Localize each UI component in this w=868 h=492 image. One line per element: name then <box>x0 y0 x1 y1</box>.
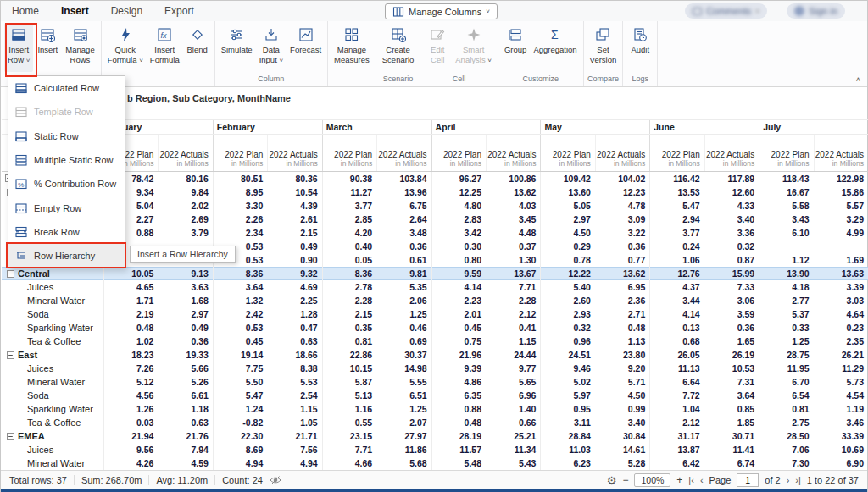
cell-value[interactable]: 24.51 <box>540 348 594 362</box>
cell-value[interactable]: 6.54 <box>759 389 813 402</box>
cell-value[interactable]: 2.06 <box>376 294 431 307</box>
cell-value[interactable]: 2.54 <box>267 389 321 402</box>
cell-value[interactable]: 6.23 <box>540 456 594 470</box>
cell-value[interactable]: 2.93 <box>540 307 594 321</box>
tab-design[interactable]: Design <box>100 1 153 21</box>
cell-value[interactable]: 1.28 <box>267 307 321 321</box>
cell-value[interactable]: 23.15 <box>322 429 376 443</box>
tab-home[interactable]: Home <box>1 1 50 21</box>
cell-value[interactable]: 0.40 <box>322 240 376 253</box>
menu-item-row-hierarchy[interactable]: Row Hierarchy <box>8 244 125 268</box>
cell-value[interactable]: 1.25 <box>376 402 431 416</box>
cell-value[interactable]: 2.28 <box>322 294 376 307</box>
manage-measures-button[interactable]: ManageMeasures <box>331 23 373 72</box>
cell-value[interactable]: 4.39 <box>267 199 321 213</box>
cell-value[interactable]: 13.53 <box>649 185 704 199</box>
cell-value[interactable]: 9.77 <box>486 362 540 375</box>
sign-in-button[interactable]: Sign in <box>787 3 845 19</box>
cell-value[interactable]: 6.10 <box>759 226 813 240</box>
cell-value[interactable]: 4.64 <box>814 307 868 321</box>
cell-value[interactable]: 18.23 <box>103 348 158 362</box>
table-row[interactable]: 0.883.792.342.154.203.483.424.484.503.22… <box>2 226 868 240</box>
cell-value[interactable]: 0.80 <box>431 253 486 267</box>
cell-value[interactable]: 5.47 <box>649 199 704 213</box>
cell-value[interactable]: 0.03 <box>103 416 158 429</box>
cell-value[interactable]: 0.36 <box>376 240 431 253</box>
cell-value[interactable]: 15.86 <box>814 185 868 199</box>
tab-insert[interactable]: Insert <box>50 1 100 21</box>
zoom-out-button[interactable]: − <box>622 474 628 486</box>
menu-item-static-row[interactable]: Static Row <box>8 124 125 148</box>
table-row[interactable]: Sparkling Water0.480.490.530.470.350.460… <box>2 321 868 334</box>
cell-value[interactable]: 3.43 <box>759 213 813 226</box>
cell-value[interactable]: 0.23 <box>814 321 868 334</box>
cell-value[interactable]: 2.15 <box>267 226 321 240</box>
audit-button[interactable]: Audit <box>626 23 654 72</box>
cell-value[interactable]: 5.47 <box>213 389 267 402</box>
cell-value[interactable]: 12.23 <box>595 185 649 199</box>
cell-value[interactable]: 0.37 <box>486 240 540 253</box>
cell-value[interactable]: 118.43 <box>759 172 813 185</box>
cell-value[interactable]: 22.86 <box>322 348 376 362</box>
cell-value[interactable]: 5.65 <box>486 375 540 389</box>
cell-value[interactable]: 30.37 <box>376 348 431 362</box>
cell-value[interactable]: 0.35 <box>322 321 376 334</box>
cell-value[interactable]: 1.25 <box>376 307 431 321</box>
cell-value[interactable]: 116.42 <box>649 172 704 185</box>
cell-value[interactable]: 9.81 <box>376 267 431 280</box>
cell-value[interactable]: 5.68 <box>376 456 431 470</box>
cell-value[interactable]: 4.69 <box>267 280 321 294</box>
menu-item-multiple-static-row[interactable]: Multiple Static Row <box>8 148 125 172</box>
aggregation-button[interactable]: ΣAggregation <box>530 23 580 72</box>
cell-value[interactable]: 5.48 <box>431 456 486 470</box>
cell-value[interactable]: 5.13 <box>322 389 376 402</box>
cell-value[interactable]: 9.32 <box>267 267 321 280</box>
cell-value[interactable]: 6.51 <box>376 389 431 402</box>
cell-value[interactable]: 3.06 <box>704 294 759 307</box>
quick-formula-button[interactable]: QuickFormula ˅ <box>104 23 147 72</box>
cell-value[interactable]: 21.94 <box>103 429 158 443</box>
cell-value[interactable]: 1.24 <box>213 402 267 416</box>
cell-value[interactable]: 10.69 <box>814 443 868 456</box>
prev-page-button[interactable]: ‹ <box>700 475 704 485</box>
table-row[interactable]: Tea & Coffee1.020.360.450.630.810.690.75… <box>2 334 868 348</box>
cell-value[interactable]: 2.26 <box>213 213 267 226</box>
cell-value[interactable]: 1.13 <box>595 334 649 348</box>
cell-value[interactable]: 4.66 <box>322 456 376 470</box>
cell-value[interactable]: 5.57 <box>814 199 868 213</box>
cell-value[interactable]: 104.02 <box>595 172 649 185</box>
table-row[interactable]: East18.2319.3319.1418.6622.8630.3721.962… <box>2 348 868 362</box>
cell-value[interactable] <box>814 240 868 253</box>
cell-value[interactable]: 0.78 <box>540 253 594 267</box>
cell-value[interactable]: 2.97 <box>158 307 212 321</box>
cell-value[interactable]: 117.89 <box>704 172 759 185</box>
zoom-in-button[interactable]: + <box>676 474 682 486</box>
cell-value[interactable]: 6.64 <box>649 375 704 389</box>
cell-value[interactable]: 10.15 <box>322 362 376 375</box>
cell-value[interactable]: 13.62 <box>595 267 649 280</box>
cell-value[interactable]: 3.29 <box>814 213 868 226</box>
cell-value[interactable]: 0.30 <box>431 240 486 253</box>
cell-value[interactable]: 13.60 <box>540 185 594 199</box>
cell-value[interactable]: 3.44 <box>649 294 704 307</box>
cell-value[interactable]: 30.71 <box>704 429 759 443</box>
manage-columns-button[interactable]: Manage Columns ˅ <box>385 3 498 19</box>
cell-value[interactable]: 6.74 <box>704 456 759 470</box>
table-row[interactable]: 2.272.692.262.612.852.642.833.452.973.09… <box>2 213 868 226</box>
cell-value[interactable]: 19.33 <box>158 348 212 362</box>
cell-value[interactable]: 4.37 <box>649 280 704 294</box>
cell-value[interactable]: 3.79 <box>158 226 212 240</box>
cell-value[interactable]: 0.45 <box>431 321 486 334</box>
cell-value[interactable]: 6.35 <box>431 389 486 402</box>
cell-value[interactable]: 0.90 <box>267 253 321 267</box>
cell-value[interactable]: 2.25 <box>267 294 321 307</box>
cell-value[interactable]: 6.42 <box>649 456 704 470</box>
next-page-button[interactable]: › <box>787 475 790 485</box>
manage-rows-button[interactable]: ManageRows <box>62 23 97 72</box>
cell-value[interactable]: 2.71 <box>595 307 649 321</box>
tab-export[interactable]: Export <box>153 1 205 21</box>
cell-value[interactable]: 0.85 <box>704 402 759 416</box>
table-row[interactable]: Tea & Coffee0.030.63-0.821.050.552.070.4… <box>2 416 868 429</box>
cell-value[interactable]: 2.77 <box>759 294 813 307</box>
cell-value[interactable]: 0.87 <box>704 253 759 267</box>
